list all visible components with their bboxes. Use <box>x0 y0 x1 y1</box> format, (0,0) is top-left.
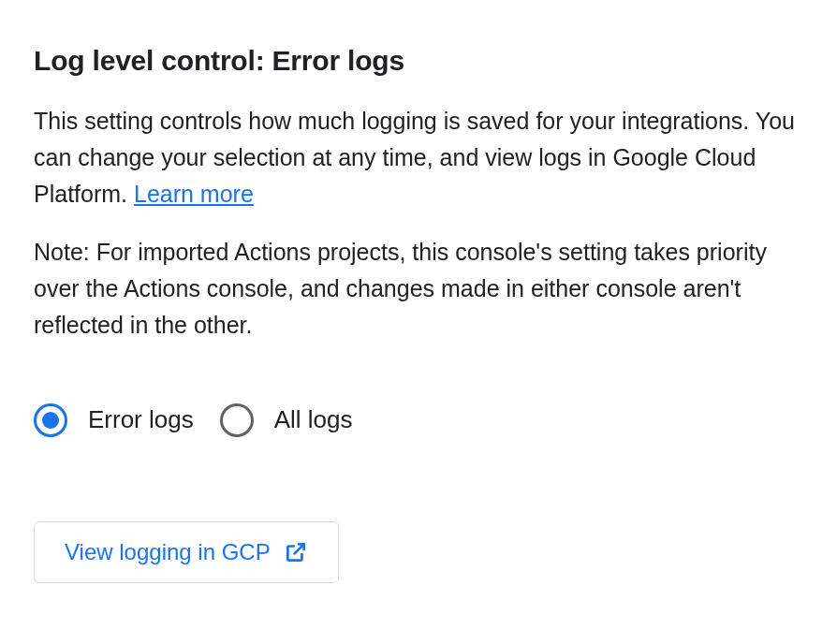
view-logging-button[interactable]: View logging in GCP <box>34 521 339 583</box>
log-level-radio-group: Error logs All logs <box>34 403 803 437</box>
radio-option-all-logs[interactable]: All logs <box>220 403 353 437</box>
radio-selected-icon <box>34 403 67 437</box>
note-text: Note: For imported Actions projects, thi… <box>34 234 803 343</box>
radio-unselected-icon <box>220 403 254 437</box>
radio-label: All logs <box>274 405 353 434</box>
radio-label: Error logs <box>88 405 194 434</box>
view-logging-label: View logging in GCP <box>65 539 271 565</box>
external-link-icon <box>284 540 308 564</box>
radio-option-error-logs[interactable]: Error logs <box>34 403 194 437</box>
learn-more-link[interactable]: Learn more <box>134 181 254 207</box>
description-text: This setting controls how much logging i… <box>34 103 803 212</box>
page-heading: Log level control: Error logs <box>34 45 803 77</box>
